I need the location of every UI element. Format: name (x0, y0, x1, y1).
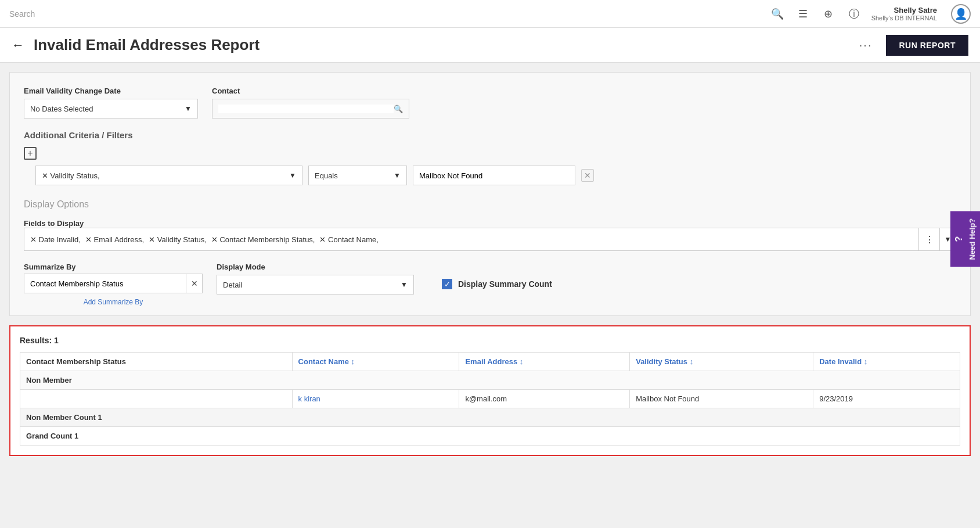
chevron-down-icon-equals: ▼ (394, 171, 401, 179)
cell-email: k@mail.com (459, 390, 630, 408)
fields-select-wrapper: ✕ Date Invalid, ✕ Email Address, ✕ Valid… (24, 228, 956, 251)
add-summarize-link[interactable]: Add Summarize By (24, 298, 203, 306)
criteria-field-label: ✕ Validity Status, (42, 171, 100, 180)
fields-to-display-label: Fields to Display (24, 219, 84, 228)
search-placeholder[interactable]: Search (9, 9, 762, 19)
additional-criteria-section: Additional Criteria / Filters + ✕ Validi… (24, 130, 956, 185)
fields-to-display-group: Fields to Display ✕ Date Invalid, ✕ Emai… (24, 219, 956, 251)
need-help-label: Need Help? (968, 218, 977, 260)
summarize-by-label: Summarize By (24, 263, 203, 271)
email-validity-group: Email Validity Change Date No Dates Sele… (24, 87, 198, 118)
contact-input[interactable] (218, 105, 394, 113)
field-tag-contact-membership: ✕ Contact Membership Status, (211, 235, 315, 244)
summarize-by-input[interactable] (24, 274, 186, 293)
top-nav: Search 🔍 ☰ ⊕ ⓘ Shelly Satre Shelly's DB … (0, 0, 980, 28)
table-row: k kiran k@mail.com Mailbox Not Found 9/2… (20, 390, 960, 408)
user-sub: Shelly's DB INTERNAL (871, 15, 937, 21)
contact-name-link[interactable]: k kiran (298, 394, 320, 403)
contact-search-icon[interactable]: 🔍 (394, 105, 403, 113)
contact-label: Contact (212, 87, 409, 95)
additional-criteria-title: Additional Criteria / Filters (24, 130, 956, 140)
remove-criteria-button[interactable]: ✕ (581, 169, 594, 182)
group-header-row: Non Member (20, 371, 960, 390)
col-validity-status[interactable]: Validity Status ↕ (630, 353, 813, 371)
non-member-count-row: Non Member Count 1 (20, 408, 960, 427)
non-member-count-label: Non Member Count 1 (20, 408, 960, 427)
field-tag-date-invalid: ✕ Date Invalid, (30, 235, 81, 244)
grand-count-row: Grand Count 1 (20, 427, 960, 446)
col-email-address[interactable]: Email Address ↕ (459, 353, 630, 371)
cell-membership (20, 390, 293, 408)
display-mode-group: Display Mode Detail ▼ (217, 263, 414, 294)
add-criteria-button[interactable]: + (24, 147, 37, 160)
criteria-operator-select[interactable]: Equals ▼ (308, 166, 407, 185)
more-button[interactable]: ··· (855, 36, 877, 54)
group-name: Non Member (20, 371, 960, 390)
chevron-down-icon-mode: ▼ (401, 281, 408, 289)
field-tag-contact-name: ✕ Contact Name, (319, 235, 378, 244)
main-wrapper: Email Validity Change Date No Dates Sele… (0, 63, 980, 465)
summarize-clear-button[interactable]: ✕ (186, 274, 203, 293)
avatar[interactable]: 👤 (951, 4, 971, 24)
cell-validity: Mailbox Not Found (630, 390, 813, 408)
summarize-by-group: Summarize By ✕ Add Summarize By (24, 263, 203, 306)
display-options-section: Display Options Fields to Display ✕ Date… (24, 199, 956, 306)
add-icon[interactable]: ⊕ (820, 6, 837, 22)
display-mode-value: Detail (223, 281, 242, 289)
back-button[interactable]: ← (12, 38, 24, 53)
page-title: Invalid Email Addresses Report (34, 36, 845, 54)
table-header-row: Contact Membership Status Contact Name ↕… (20, 353, 960, 371)
col-contact-name[interactable]: Contact Name ↕ (292, 353, 459, 371)
list-icon[interactable]: ☰ (795, 6, 811, 22)
fields-select-box[interactable]: ✕ Date Invalid, ✕ Email Address, ✕ Valid… (24, 228, 919, 251)
field-tag-email-address: ✕ Email Address, (85, 235, 144, 244)
results-card: Results: 1 Contact Membership Status Con… (9, 325, 971, 456)
grand-count-label: Grand Count 1 (20, 427, 960, 446)
chevron-down-icon-criteria: ▼ (289, 171, 296, 179)
user-name: Shelly Satre (894, 6, 937, 15)
results-title: Results: 1 (20, 336, 960, 345)
criteria-field-select[interactable]: ✕ Validity Status, ▼ (35, 166, 302, 185)
display-mode-select[interactable]: Detail ▼ (217, 275, 414, 294)
page-header: ← Invalid Email Addresses Report ··· RUN… (0, 28, 980, 63)
form-row-1: Email Validity Change Date No Dates Sele… (24, 87, 956, 118)
results-table: Contact Membership Status Contact Name ↕… (20, 352, 960, 446)
email-validity-label: Email Validity Change Date (24, 87, 198, 95)
col-date-invalid[interactable]: Date Invalid ↕ (813, 353, 960, 371)
contact-group: Contact 🔍 (212, 87, 409, 118)
display-summary-count-checkbox[interactable]: ✓ (442, 279, 452, 289)
display-summary-count-group: ✓ Display Summary Count (442, 279, 552, 289)
display-options-title: Display Options (24, 199, 956, 210)
summarize-row: Summarize By ✕ Add Summarize By Display … (24, 263, 956, 306)
email-validity-select[interactable]: No Dates Selected ▼ (24, 99, 198, 118)
cell-date: 9/23/2019 (813, 390, 960, 408)
criteria-value-input[interactable] (413, 166, 575, 185)
display-mode-label: Display Mode (217, 263, 414, 271)
email-validity-value: No Dates Selected (30, 105, 93, 113)
cell-contact-name: k kiran (292, 390, 459, 408)
fields-dropdown-button[interactable]: ⋮ (919, 228, 940, 251)
form-card: Email Validity Change Date No Dates Sele… (9, 72, 971, 316)
col-contact-membership: Contact Membership Status (20, 353, 293, 371)
criteria-row: ✕ Validity Status, ▼ Equals ▼ ✕ (35, 166, 956, 185)
run-report-button[interactable]: RUN REPORT (886, 35, 968, 56)
summarize-input-row: ✕ (24, 274, 203, 293)
search-icon[interactable]: 🔍 (769, 6, 786, 22)
display-summary-count-label: Display Summary Count (458, 279, 552, 289)
criteria-operator-label: Equals (315, 171, 338, 180)
chevron-down-icon: ▼ (185, 105, 192, 113)
nav-icons: 🔍 ☰ ⊕ ⓘ Shelly Satre Shelly's DB INTERNA… (769, 4, 971, 24)
need-help-sidebar[interactable]: ? Need Help? (950, 211, 980, 267)
user-info: Shelly Satre Shelly's DB INTERNAL (871, 6, 937, 21)
contact-input-wrapper[interactable]: 🔍 (212, 99, 409, 118)
field-tag-validity-status: ✕ Validity Status, (149, 235, 207, 244)
help-icon[interactable]: ⓘ (846, 6, 862, 22)
